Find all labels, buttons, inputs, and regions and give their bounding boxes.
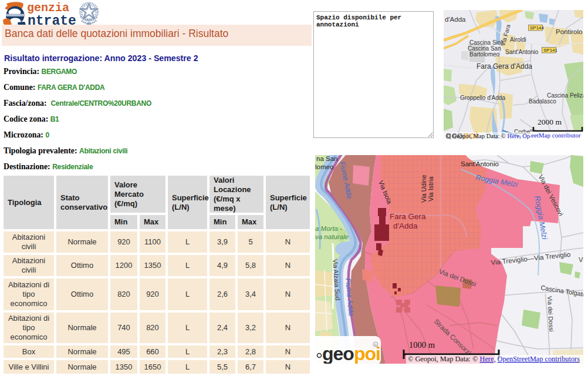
svg-text:na San: na San <box>316 155 337 162</box>
svg-text:Badalasco: Badalasco <box>529 98 556 105</box>
svg-text:geopoi: geopoi <box>322 343 380 364</box>
svg-text:Via Udine: Via Udine <box>420 175 427 203</box>
svg-text:1000 m: 1000 m <box>409 340 435 350</box>
svg-text:© Geopoi, Map Data: © Here, Op: © Geopoi, Map Data: © Here, OpenS <box>446 133 539 139</box>
svg-text:SP141: SP141 <box>543 48 558 53</box>
svg-text:eetMap contributor: eetMap contributor <box>531 132 581 139</box>
svg-text:Sant'Antonio: Sant'Antonio <box>505 49 539 55</box>
svg-text:d'Adda: d'Adda <box>445 16 466 23</box>
svg-text:Vi: Vi <box>579 256 583 263</box>
svg-text:genzia: genzia <box>27 1 69 15</box>
svg-text:© Geopoi, Map Data: © Here, Op: © Geopoi, Map Data: © Here, OpenStreetMa… <box>408 355 580 363</box>
svg-text:Pontirolo: Pontirolo <box>556 28 582 35</box>
svg-text:Sant'Antonio: Sant'Antonio <box>461 160 499 167</box>
svg-text:SP144: SP144 <box>530 25 545 31</box>
svg-text:va naturale: va naturale <box>315 233 349 240</box>
svg-text:Bartolomeo: Bartolomeo <box>469 51 500 58</box>
svg-text:2000 m: 2000 m <box>538 118 562 126</box>
svg-text:Cascina Peliza: Cascina Peliza <box>547 92 583 99</box>
svg-text:Groppello d'Adda: Groppello d'Adda <box>460 95 505 101</box>
svg-text:lomeo: lomeo <box>315 163 333 170</box>
svg-text:R: R <box>374 343 377 347</box>
svg-text:a Morta -: a Morta - <box>315 225 342 232</box>
svg-text:Fara Gera d'Adda: Fara Gera d'Adda <box>477 62 532 70</box>
svg-text:ntrate: ntrate <box>28 14 76 26</box>
svg-text:Via Istria: Via Istria <box>427 176 434 202</box>
svg-text:Airoldi: Airoldi <box>510 36 526 43</box>
svg-text:Fara Gera: Fara Gera <box>390 212 426 221</box>
svg-text:d'Adda: d'Adda <box>393 221 418 230</box>
